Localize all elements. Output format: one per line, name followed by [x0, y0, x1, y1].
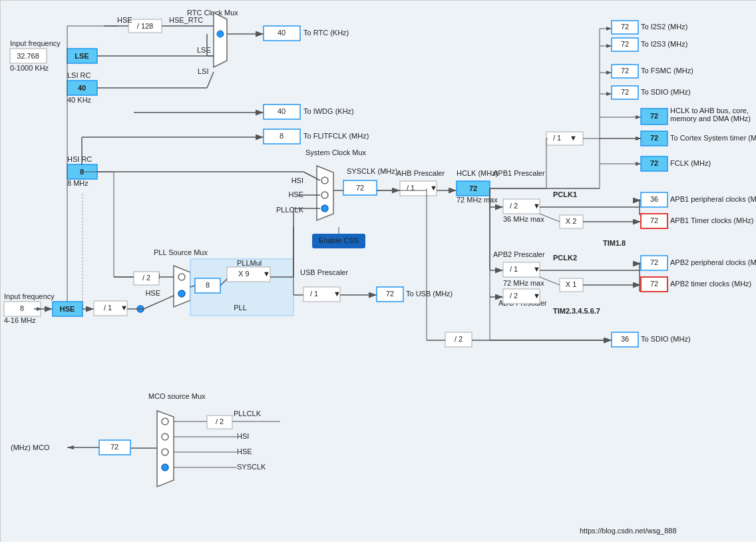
enable-css-label: Enable CSS: [319, 236, 359, 244]
x1-apb2-val: X 1: [566, 280, 577, 288]
lsi-unit: 40 KHz: [67, 96, 92, 104]
hclk-ahb-label2: memory and DMA (MHz): [670, 115, 751, 123]
hse-unit: 4-16 MHz: [4, 316, 36, 324]
usb-pre-label: USB Prescaler: [300, 268, 348, 276]
usb-pre-val: / 1: [310, 290, 318, 298]
i2s2-label: To I2S2 (MHz): [641, 23, 687, 31]
sdio2-val: 36: [621, 335, 629, 343]
pll-mux-shape: [174, 266, 190, 307]
hclk-label: HCLK (MHz): [457, 169, 498, 177]
sys-mux-hse-dot: [321, 192, 328, 198]
watermark: https://blog.csdn.net/wsg_888: [580, 527, 677, 535]
mco-out-val: 72: [110, 443, 118, 451]
iwdg-out-label: To IWDG (KHz): [303, 107, 354, 115]
rtc-mux-selector: [217, 31, 224, 37]
hse-rtc-label: HSE_RTC: [169, 16, 203, 24]
hclk-val: 72: [469, 184, 477, 192]
apb1-timer-label: APB1 Timer clocks (MHz): [670, 216, 753, 224]
ahb-pre-arrow[interactable]: ▼: [430, 184, 437, 192]
mco-label: (MHz) MCO: [11, 443, 50, 451]
fsmc-label: To FSMC (MHz): [641, 67, 693, 75]
mco-pllclk-label: PLLCLK: [234, 409, 262, 417]
sysclk-label: SYSCLK (MHz): [347, 167, 397, 175]
hse-label: HSE: [60, 305, 75, 313]
rtc-mux-shape: [214, 13, 227, 67]
fclk-label: FCLK (MHz): [670, 159, 711, 167]
rtc-out-label: To RTC (KHz): [303, 29, 349, 37]
pclk2-max: 72 MHz max: [503, 279, 544, 287]
mco-src-label: MCO source Mux: [148, 392, 206, 400]
pclk2-label: PCLK2: [553, 254, 577, 262]
sys-mux-pll-dot: [321, 205, 328, 212]
pll-mux-hse-dot: [178, 290, 185, 297]
hsi-unit: 8 MHz: [67, 179, 89, 187]
mco-pll-div2-val: / 2: [216, 417, 224, 425]
apb1-pre-arrow[interactable]: ▼: [533, 202, 540, 210]
sys-hsi-label: HSI: [291, 176, 303, 184]
flitfclk-label: To FLITFCLK (MHz): [303, 132, 369, 140]
usb-pre-arrow[interactable]: ▼: [333, 290, 341, 298]
i2s3-label: To I2S3 (MHz): [641, 40, 687, 48]
sysclk-val: 72: [356, 184, 364, 192]
lsi-rc-val: 40: [78, 84, 86, 92]
hse-pre-arrow[interactable]: ▼: [120, 304, 128, 312]
iwdg-out-val: 40: [278, 107, 285, 115]
lsi-rtc-label: LSI: [198, 67, 209, 75]
tim18-label: TIM1.8: [603, 239, 626, 247]
hclk-ahb-label: HCLK to AHB bus, core,: [670, 107, 749, 115]
sys-pllclk-label: PLLCLK: [276, 206, 304, 214]
mco-hsi-dot: [162, 433, 168, 440]
apb2-periph-val: 72: [650, 258, 658, 266]
pllmul-label: PLLMul: [237, 259, 262, 267]
sys-mux-hsi-dot: [321, 177, 328, 184]
lse-input-val: 32.768: [17, 52, 39, 60]
lse-unit: 0-1000 KHz: [10, 64, 49, 72]
pclk1-max: 36 MHz max: [503, 215, 544, 223]
i2s2-val: 72: [621, 23, 629, 31]
sdio-val: 72: [621, 88, 629, 96]
mco-pll-dot: [162, 418, 168, 425]
apb2-pre-arrow[interactable]: ▼: [533, 265, 540, 273]
usb-out-val: 72: [386, 290, 394, 298]
apb2-pre-label: APB2 Prescaler: [493, 250, 545, 258]
mco-sys-label: SYSCLK: [237, 463, 266, 471]
adc-pre-arrow[interactable]: ▼: [533, 292, 540, 300]
apb2-timer-label: APB2 timer clocks (MHz): [670, 280, 751, 288]
x2-apb1-val: X 2: [566, 217, 577, 225]
cortex-pre-arrow[interactable]: ▼: [570, 134, 577, 142]
hse-input-freq-label: Input frequency: [4, 292, 55, 300]
hse-input-val: 8: [20, 304, 24, 312]
cortex-val: 72: [650, 134, 658, 142]
diagram-svg: RTC Clock Mux / 128 HSE HSE_RTC LSE LSI …: [1, 1, 756, 542]
lse-rtc-label: LSE: [197, 46, 211, 54]
adc-pre-val: / 2: [510, 292, 518, 300]
fclk-val: 72: [650, 159, 658, 167]
lse-label: LSE: [75, 52, 89, 60]
hsi-div2-val: / 2: [142, 274, 150, 282]
pll-src-mux-label: PLL Source Mux: [154, 248, 208, 256]
pll-input-val: 8: [206, 281, 210, 289]
hse-div128-text: / 128: [137, 22, 153, 30]
sdio-label: To SDIO (MHz): [641, 88, 691, 96]
lsi-rc-label: LSI RC: [67, 71, 91, 79]
pll-hse-label: HSE: [145, 289, 160, 297]
fsmc-val: 72: [621, 67, 629, 75]
apb1-pre-label: APB1 Prescaler: [493, 169, 545, 177]
lse-input-freq-label: Input frequency: [10, 39, 61, 47]
apb1-periph-label: APB1 peripheral clocks (MHz): [670, 195, 756, 203]
mco-hse-label: HSE: [237, 447, 252, 455]
pllmul-val: X 9: [238, 270, 250, 278]
pll-mux-hsi-dot: [178, 274, 185, 280]
sdio2-div-val: / 2: [455, 335, 463, 343]
clock-diagram: RTC Clock Mux / 128 HSE HSE_RTC LSE LSI …: [0, 0, 756, 542]
hclk-ahb-note: 72: [650, 112, 658, 120]
i2s3-val: 72: [621, 40, 629, 48]
hclk-max: 72 MHz max: [457, 196, 498, 204]
tim234567-label: TIM2.3.4.5.6.7: [553, 307, 600, 315]
mco-hse-dot: [162, 449, 168, 455]
usb-out-label: To USB (MHz): [406, 290, 453, 298]
pllmul-arrow[interactable]: ▼: [263, 270, 270, 278]
pclk1-label: PCLK1: [553, 190, 577, 198]
apb1-periph-val: 36: [650, 195, 658, 203]
hsi-rc-label: HSI RC: [67, 155, 92, 163]
